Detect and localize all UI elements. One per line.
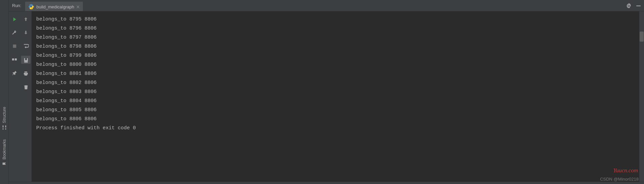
run-tool-window: Run: build_medicalgraph bbox=[9, 0, 644, 184]
svg-rect-5 bbox=[13, 44, 16, 48]
soft-wrap-button[interactable] bbox=[22, 42, 30, 50]
bookmark-icon bbox=[2, 162, 6, 166]
svg-rect-0 bbox=[2, 129, 3, 130]
svg-rect-2 bbox=[5, 129, 6, 130]
arrow-up-icon bbox=[23, 17, 28, 21]
tab-build-medicalgraph[interactable]: build_medicalgraph bbox=[25, 2, 83, 11]
wrench-button[interactable] bbox=[11, 29, 18, 36]
watermark-red: Yuucn.com bbox=[613, 167, 638, 174]
console-line: Process finished with exit code 0 bbox=[36, 124, 639, 133]
gear-icon[interactable] bbox=[626, 3, 632, 9]
layout-button[interactable] bbox=[11, 56, 18, 63]
svg-rect-1 bbox=[2, 126, 3, 128]
watermark-grey: CSDN @Minor0218 bbox=[600, 177, 639, 182]
scroll-thumb[interactable] bbox=[640, 32, 644, 42]
sidebar-item-bookmarks[interactable]: Bookmarks bbox=[2, 135, 7, 171]
up-button[interactable] bbox=[22, 15, 30, 23]
stop-button[interactable] bbox=[11, 42, 18, 50]
stop-icon bbox=[12, 44, 17, 48]
console-line: belongs_to 8804 8806 bbox=[36, 96, 639, 105]
console-line: belongs_to 8802 8806 bbox=[36, 78, 639, 87]
sidebar-item-structure[interactable]: Structure bbox=[2, 102, 7, 135]
scrollbar[interactable] bbox=[639, 11, 644, 182]
print-button[interactable] bbox=[22, 70, 30, 77]
svg-rect-4 bbox=[636, 5, 641, 6]
minimize-icon[interactable] bbox=[636, 3, 641, 9]
down-button[interactable] bbox=[22, 29, 30, 36]
play-icon bbox=[12, 17, 17, 22]
rerun-button[interactable] bbox=[11, 15, 18, 23]
layout-icon bbox=[12, 57, 17, 62]
svg-rect-6 bbox=[12, 58, 14, 60]
console-output[interactable]: belongs_to 8795 8806 belongs_to 8796 880… bbox=[32, 11, 644, 182]
console-line: belongs_to 8795 8806 bbox=[36, 15, 639, 24]
console-line: belongs_to 8797 8806 bbox=[36, 33, 639, 42]
arrow-down-icon bbox=[23, 30, 28, 35]
soft-wrap-icon bbox=[23, 43, 29, 49]
sidebar-item-label: Bookmarks bbox=[2, 139, 7, 159]
console-line: belongs_to 8803 8806 bbox=[36, 87, 639, 96]
bottom-gutter bbox=[9, 182, 644, 184]
trash-icon bbox=[23, 85, 29, 90]
console-line: belongs_to 8801 8806 bbox=[36, 69, 639, 78]
console-line: belongs_to 8799 8806 bbox=[36, 51, 639, 60]
console-line: belongs_to 8798 8806 bbox=[36, 42, 639, 51]
svg-rect-3 bbox=[5, 126, 6, 128]
console-line: belongs_to 8796 8806 bbox=[36, 24, 639, 33]
svg-rect-7 bbox=[15, 58, 17, 60]
left-sidebar: Structure Bookmarks bbox=[0, 0, 9, 184]
wrench-icon bbox=[12, 30, 17, 35]
tab-bar: Run: build_medicalgraph bbox=[9, 0, 644, 11]
pin-button[interactable] bbox=[11, 69, 18, 77]
tab-label: build_medicalgraph bbox=[36, 4, 74, 9]
print-icon bbox=[23, 71, 29, 76]
console-line: belongs_to 8805 8806 bbox=[36, 105, 639, 114]
run-label: Run: bbox=[12, 3, 25, 8]
delete-button[interactable] bbox=[22, 83, 30, 91]
content-wrap: belongs_to 8795 8806 belongs_to 8796 880… bbox=[9, 11, 644, 182]
tab-right-controls bbox=[626, 0, 641, 11]
toolbar-secondary bbox=[20, 11, 32, 182]
close-icon[interactable] bbox=[76, 5, 79, 8]
scroll-to-end-button[interactable] bbox=[21, 56, 31, 64]
sidebar-item-label: Structure bbox=[2, 107, 7, 123]
console-line: belongs_to 8806 8806 bbox=[36, 114, 639, 124]
structure-icon bbox=[2, 125, 7, 130]
toolbar-primary bbox=[9, 11, 20, 182]
pin-icon bbox=[12, 71, 17, 76]
console-line: belongs_to 8800 8806 bbox=[36, 60, 639, 69]
python-icon bbox=[29, 4, 34, 9]
scroll-end-icon bbox=[23, 57, 29, 63]
